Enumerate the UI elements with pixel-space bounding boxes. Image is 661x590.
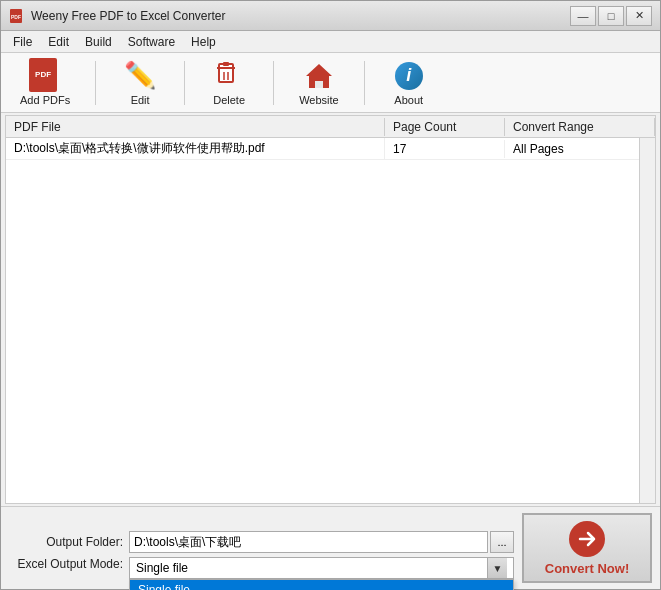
file-list-body: D:\tools\桌面\格式转换\微讲师软件使用帮助.pdf 17 All Pa…	[6, 138, 655, 503]
header-page-count: Page Count	[385, 118, 505, 136]
convert-now-button[interactable]: Convert Now!	[522, 513, 652, 583]
bottom-section: Output Folder: ... Excel Output Mode: Si…	[9, 513, 652, 583]
dropdown-selected-text: Single file	[136, 561, 487, 575]
delete-button[interactable]: Delete	[199, 55, 259, 111]
file-list-header: PDF File Page Count Convert Range	[6, 116, 655, 138]
add-pdfs-label: Add PDFs	[20, 94, 70, 106]
add-pdfs-button[interactable]: PDF Add PDFs	[9, 55, 81, 111]
dropdown-selected[interactable]: Single file ▼	[129, 557, 514, 579]
output-folder-input[interactable]	[129, 531, 488, 553]
delete-icon	[213, 60, 245, 92]
title-bar: PDF Weeny Free PDF to Excel Converter — …	[1, 1, 660, 31]
pencil-icon: ✏️	[124, 60, 156, 92]
page-count: 17	[385, 140, 505, 158]
bottom-panel: Output Folder: ... Excel Output Mode: Si…	[1, 506, 660, 589]
delete-label: Delete	[213, 94, 245, 106]
convert-icon	[569, 521, 605, 557]
excel-output-label: Excel Output Mode:	[9, 557, 129, 571]
house-icon	[303, 60, 335, 92]
svg-rect-2	[219, 64, 233, 82]
output-folder-label: Output Folder:	[9, 535, 129, 549]
table-row[interactable]: D:\tools\桌面\格式转换\微讲师软件使用帮助.pdf 17 All Pa…	[6, 138, 655, 160]
svg-rect-8	[315, 81, 323, 88]
app-icon: PDF	[9, 8, 25, 24]
main-window: PDF Weeny Free PDF to Excel Converter — …	[0, 0, 661, 590]
about-button[interactable]: i About	[379, 55, 439, 111]
browse-button[interactable]: ...	[490, 531, 514, 553]
toolbar-separator-1	[95, 61, 96, 105]
menu-build[interactable]: Build	[77, 33, 120, 51]
info-icon: i	[393, 60, 425, 92]
dropdown-arrow-icon: ▼	[487, 558, 507, 578]
svg-rect-4	[223, 62, 229, 66]
website-button[interactable]: Website	[288, 55, 350, 111]
add-pdfs-icon: PDF	[29, 60, 61, 92]
scrollbar[interactable]	[639, 138, 655, 503]
convert-now-label: Convert Now!	[545, 561, 630, 576]
edit-button[interactable]: ✏️ Edit	[110, 55, 170, 111]
toolbar: PDF Add PDFs ✏️ Edit Delete	[1, 53, 660, 113]
window-controls: — □ ✕	[570, 6, 652, 26]
toolbar-separator-3	[273, 61, 274, 105]
menu-file[interactable]: File	[5, 33, 40, 51]
file-list-container: PDF File Page Count Convert Range D:\too…	[5, 115, 656, 504]
website-label: Website	[299, 94, 339, 106]
convert-range: All Pages	[505, 140, 655, 158]
maximize-button[interactable]: □	[598, 6, 624, 26]
window-title: Weeny Free PDF to Excel Converter	[31, 9, 570, 23]
dropdown-list: Single file Multiple files	[129, 579, 514, 590]
about-label: About	[394, 94, 423, 106]
edit-label: Edit	[131, 94, 150, 106]
excel-output-dropdown[interactable]: Single file ▼ Single file Multiple files	[129, 557, 514, 579]
dropdown-option-single[interactable]: Single file	[130, 580, 513, 590]
menu-help[interactable]: Help	[183, 33, 224, 51]
header-pdf-file: PDF File	[6, 118, 385, 136]
toolbar-separator-4	[364, 61, 365, 105]
menu-edit[interactable]: Edit	[40, 33, 77, 51]
minimize-button[interactable]: —	[570, 6, 596, 26]
svg-text:PDF: PDF	[11, 14, 21, 20]
menu-bar: File Edit Build Software Help	[1, 31, 660, 53]
file-path: D:\tools\桌面\格式转换\微讲师软件使用帮助.pdf	[6, 138, 385, 159]
excel-output-row: Excel Output Mode: Single file ▼ Single …	[9, 557, 514, 579]
toolbar-separator-2	[184, 61, 185, 105]
menu-software[interactable]: Software	[120, 33, 183, 51]
header-convert-range: Convert Range	[505, 118, 655, 136]
output-folder-row: Output Folder: ...	[9, 531, 514, 553]
close-button[interactable]: ✕	[626, 6, 652, 26]
bottom-fields: Output Folder: ... Excel Output Mode: Si…	[9, 531, 514, 583]
